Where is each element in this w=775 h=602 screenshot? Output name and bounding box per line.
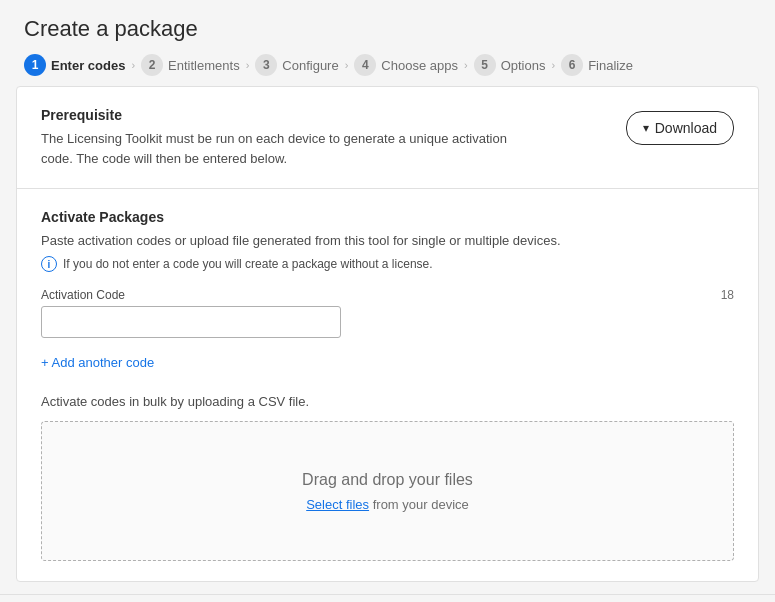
select-files-link[interactable]: Select files (306, 497, 369, 512)
chevron-icon-2: › (246, 59, 250, 71)
dropzone-sub: Select files from your device (306, 497, 469, 512)
prerequisite-desc: The Licensing Toolkit must be run on eac… (41, 129, 541, 168)
step-2-num: 2 (141, 54, 163, 76)
chevron-icon-5: › (551, 59, 555, 71)
download-label: Download (655, 120, 717, 136)
info-row: i If you do not enter a code you will cr… (41, 256, 734, 272)
activate-title: Activate Packages (41, 209, 734, 225)
prerequisite-title: Prerequisite (41, 107, 626, 123)
page-wrapper: Create a package 1 Enter codes › 2 Entit… (0, 0, 775, 602)
step-2-label: Entitlements (168, 58, 240, 73)
step-1-num: 1 (24, 54, 46, 76)
download-button[interactable]: ▾ Download (626, 111, 734, 145)
step-1-label: Enter codes (51, 58, 125, 73)
dropzone-main-text: Drag and drop your files (302, 471, 473, 489)
step-3-label: Configure (282, 58, 338, 73)
step-5-num: 5 (474, 54, 496, 76)
step-5: 5 Options (474, 54, 546, 76)
file-drop-zone[interactable]: Drag and drop your files Select files fr… (41, 421, 734, 561)
info-icon: i (41, 256, 57, 272)
prerequisite-section: Prerequisite The Licensing Toolkit must … (17, 87, 758, 189)
step-6-num: 6 (561, 54, 583, 76)
chevron-icon-3: › (345, 59, 349, 71)
step-4-label: Choose apps (381, 58, 458, 73)
page-title: Create a package (24, 16, 751, 42)
activate-section: Activate Packages Paste activation codes… (17, 189, 758, 581)
chevron-icon-1: › (131, 59, 135, 71)
main-content: Prerequisite The Licensing Toolkit must … (16, 86, 759, 582)
step-4: 4 Choose apps (354, 54, 458, 76)
step-3-num: 3 (255, 54, 277, 76)
prerequisite-text: Prerequisite The Licensing Toolkit must … (41, 107, 626, 168)
step-5-label: Options (501, 58, 546, 73)
dropzone-suffix: from your device (373, 497, 469, 512)
activation-code-input[interactable] (41, 306, 341, 338)
step-6-label: Finalize (588, 58, 633, 73)
csv-desc: Activate codes in bulk by uploading a CS… (41, 394, 734, 409)
step-4-num: 4 (354, 54, 376, 76)
chevron-down-icon: ▾ (643, 121, 649, 135)
step-2: 2 Entitlements (141, 54, 240, 76)
chevron-icon-4: › (464, 59, 468, 71)
add-another-code-link[interactable]: + Add another code (41, 355, 154, 370)
activation-code-counter: 18 (721, 288, 734, 302)
step-6: 6 Finalize (561, 54, 633, 76)
field-label-row: Activation Code 18 (41, 288, 734, 302)
activation-code-label: Activation Code (41, 288, 125, 302)
stepper: 1 Enter codes › 2 Entitlements › 3 Confi… (24, 54, 751, 76)
step-3: 3 Configure (255, 54, 338, 76)
footer: Cancel Previous Next (0, 594, 775, 602)
page-header: Create a package 1 Enter codes › 2 Entit… (0, 0, 775, 86)
activate-desc: Paste activation codes or upload file ge… (41, 233, 734, 248)
step-1: 1 Enter codes (24, 54, 125, 76)
info-text: If you do not enter a code you will crea… (63, 257, 433, 271)
activation-code-field-group: Activation Code 18 (41, 288, 734, 338)
